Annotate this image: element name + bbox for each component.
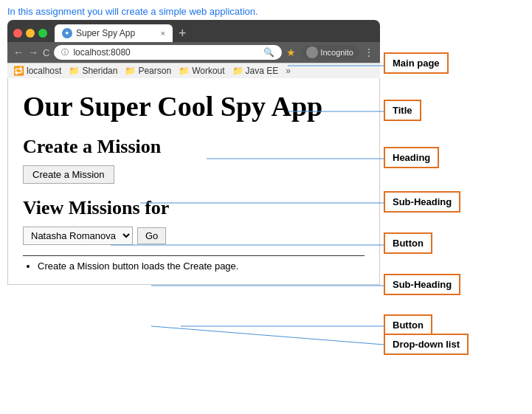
full-layout: In this assignment you will create a sim… <box>0 0 532 285</box>
browser-window: ✦ Super Spy App × + ← → C ⓘ localhost:80… <box>7 20 380 285</box>
spy-dropdown[interactable]: Natasha Romanova James Bond Ethan Hunt <box>23 227 133 245</box>
annotation-box: Heading <box>384 147 439 168</box>
refresh-button[interactable]: C <box>43 47 49 58</box>
go-button[interactable]: Go <box>137 227 166 244</box>
bookmarks-more-button[interactable]: » <box>286 66 291 76</box>
annotation-subheading1: Sub-Heading <box>384 191 460 213</box>
address-field[interactable]: ⓘ localhost:8080 🔍 <box>54 45 282 60</box>
bookmark-icon-localhost: 🔁 <box>13 66 24 76</box>
tab-title: Super Spy App <box>76 28 157 38</box>
annotation-dropdown: Drop-down list <box>384 334 469 355</box>
tab-close-icon[interactable]: × <box>161 29 165 38</box>
bookmark-icon-pearson: 📁 <box>125 66 136 76</box>
annotation-box: Sub-Heading <box>384 274 460 295</box>
browser-chrome: ✦ Super Spy App × + ← → C ⓘ localhost:80… <box>7 20 380 78</box>
forward-button[interactable]: → <box>28 46 38 58</box>
bookmark-sheridan[interactable]: 📁 Sheridan <box>69 66 117 76</box>
annotation-box: Drop-down list <box>384 334 469 355</box>
incognito-badge: Incognito <box>300 45 359 60</box>
bookmark-icon-workout: 📁 <box>179 66 190 76</box>
page-content: Our Super Cool Spy App Create a Mission … <box>7 78 380 285</box>
annotation-button2: Button <box>384 314 432 336</box>
bookmark-star-icon[interactable]: ★ <box>286 46 296 58</box>
create-mission-button[interactable]: Create a Mission <box>23 165 114 184</box>
annotation-box: Button <box>384 232 432 254</box>
annotation-title: Title <box>384 100 421 121</box>
annotation-button1: Button <box>384 232 432 254</box>
page-divider <box>23 255 365 256</box>
instruction-text: In this assignment you will create a sim… <box>0 0 532 20</box>
tab-bar: ✦ Super Spy App × + <box>7 20 380 42</box>
annotation-subheading2: Sub-Heading <box>384 274 460 295</box>
bookmark-pearson[interactable]: 📁 Pearson <box>125 66 171 76</box>
svg-line-7 <box>151 326 384 345</box>
maximize-window-button[interactable] <box>38 29 47 38</box>
annotation-box: Main page <box>384 52 449 74</box>
window-controls <box>13 29 47 38</box>
annotation-heading: Heading <box>384 147 439 168</box>
bottom-notes: Create a Mission button loads the Create… <box>23 261 365 272</box>
address-bar-row: ← → C ⓘ localhost:8080 🔍 ★ Incognito ⋮ <box>7 42 380 63</box>
back-button[interactable]: ← <box>13 46 24 58</box>
bookmarks-bar: 🔁 localhost 📁 Sheridan 📁 Pearson 📁 Worko… <box>7 63 380 78</box>
annotation-box: Sub-Heading <box>384 191 460 213</box>
search-icon: 🔍 <box>263 47 274 58</box>
bookmark-icon-javaee: 📁 <box>232 66 243 76</box>
view-missions-subheading: View Missions for <box>23 197 365 219</box>
bookmark-workout[interactable]: 📁 Workout <box>179 66 224 76</box>
tab-favicon-icon: ✦ <box>62 28 72 38</box>
address-text: localhost:8080 <box>73 47 130 58</box>
incognito-icon <box>306 46 318 58</box>
new-tab-button[interactable]: + <box>179 26 187 41</box>
minimize-window-button[interactable] <box>26 29 35 38</box>
create-mission-subheading: Create a Mission <box>23 136 365 158</box>
active-tab[interactable]: ✦ Super Spy App × <box>55 24 173 42</box>
incognito-label: Incognito <box>320 48 353 57</box>
close-window-button[interactable] <box>13 29 22 38</box>
more-options-button[interactable]: ⋮ <box>364 46 374 58</box>
annotation-main-page: Main page <box>384 52 449 74</box>
page-main-heading: Our Super Cool Spy App <box>23 90 365 123</box>
bottom-note-item: Create a Mission button loads the Create… <box>38 261 365 272</box>
bookmark-localhost[interactable]: 🔁 localhost <box>13 66 61 76</box>
annotation-box: Title <box>384 100 421 121</box>
bookmark-javaee[interactable]: 📁 Java EE <box>232 66 279 76</box>
annotation-box: Button <box>384 314 432 336</box>
dropdown-go-row: Natasha Romanova James Bond Ethan Hunt G… <box>23 227 365 245</box>
instruction-label: In this assignment you will create a sim… <box>7 6 258 17</box>
bookmark-icon-sheridan: 📁 <box>69 66 80 76</box>
lock-icon: ⓘ <box>61 47 69 58</box>
